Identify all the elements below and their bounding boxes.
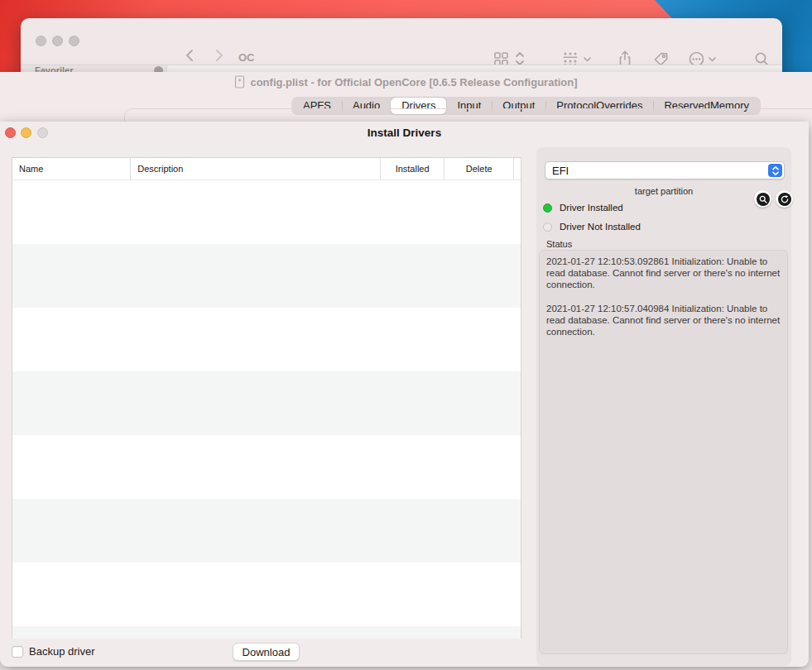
status-label: Status	[546, 239, 572, 249]
finder-zoom-button[interactable]	[69, 36, 79, 46]
config-title-row: config.plist - for Official OpenCore [0.…	[0, 75, 812, 89]
install-drivers-window: Install Drivers Name Description Install…	[0, 122, 809, 667]
partition-select[interactable]: EFI	[545, 161, 785, 179]
panel-refresh-button[interactable]	[776, 190, 793, 208]
drivers-table[interactable]: Name Description Installed Delete	[12, 157, 521, 639]
table-body-empty[interactable]	[12, 180, 521, 639]
legend-not-installed: Driver Not Installed	[543, 222, 641, 232]
column-header-installed[interactable]: Installed	[381, 158, 445, 179]
back-icon[interactable]	[184, 48, 196, 63]
desktop: OC	[0, 0, 812, 670]
window-title: Install Drivers	[0, 127, 809, 139]
config-window-title: config.plist - for Official OpenCore [0.…	[250, 76, 577, 89]
column-header-filler	[514, 158, 521, 179]
status-message: 2021-01-27 12:10:53.092861 Initializatio…	[546, 256, 781, 290]
backup-driver-checkbox[interactable]	[12, 646, 23, 658]
column-header-description[interactable]: Description	[131, 158, 381, 179]
backup-driver-label: Backup driver	[29, 645, 94, 658]
finder-minimize-button[interactable]	[52, 36, 63, 46]
not-installed-dot	[543, 223, 552, 232]
legend-not-installed-label: Driver Not Installed	[560, 222, 641, 232]
finder-close-button[interactable]	[36, 36, 46, 46]
finder-location-title: OC	[238, 51, 255, 64]
forward-icon[interactable]	[213, 48, 225, 63]
refresh-icon	[778, 193, 791, 206]
popup-stepper-icon	[768, 164, 782, 177]
document-icon	[234, 75, 245, 89]
table-header: Name Description Installed Delete	[12, 158, 521, 180]
target-partition-label: target partition	[536, 186, 791, 196]
status-log[interactable]: 2021-01-27 12:10:53.092861 Initializatio…	[539, 250, 788, 654]
legend-installed: Driver Installed	[543, 203, 623, 213]
download-button[interactable]: Download	[233, 643, 300, 661]
partition-select-value: EFI	[552, 165, 569, 177]
partition-panel: EFI target partition	[536, 147, 791, 666]
status-message: 2021-01-27 12:10:57.040984 Initializatio…	[546, 303, 781, 337]
chevron-down-icon	[708, 55, 717, 64]
legend-installed-label: Driver Installed	[560, 203, 623, 213]
magnifier-icon	[757, 193, 770, 206]
chevron-down-icon	[583, 55, 592, 64]
panel-search-button[interactable]	[754, 190, 771, 208]
column-header-name[interactable]: Name	[12, 158, 131, 179]
column-header-delete[interactable]: Delete	[444, 158, 514, 179]
installed-dot	[543, 203, 552, 213]
